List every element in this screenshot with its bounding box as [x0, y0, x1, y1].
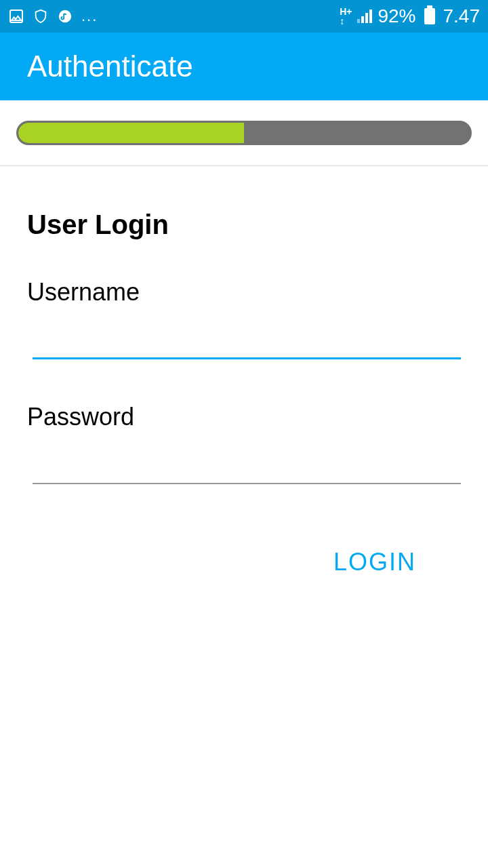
svg-point-0: [59, 10, 71, 22]
data-indicator-icon: H+↕: [340, 7, 352, 26]
battery-icon: [424, 8, 435, 24]
app-title: Authenticate: [27, 50, 193, 83]
status-bar: ... H+↕ 92% 7.47: [0, 0, 488, 33]
password-label: Password: [27, 403, 461, 431]
clock: 7.47: [443, 5, 481, 27]
login-button[interactable]: LOGIN: [333, 548, 416, 576]
actions-row: LOGIN: [27, 548, 461, 576]
progress-bar: [16, 121, 472, 145]
username-input[interactable]: [33, 320, 461, 359]
login-heading: User Login: [27, 210, 461, 240]
battery-percent: 92%: [378, 5, 415, 27]
app-bar: Authenticate: [0, 33, 488, 100]
password-input[interactable]: [33, 445, 461, 484]
progress-fill: [18, 123, 244, 143]
username-label: Username: [27, 278, 461, 307]
more-icon: ...: [81, 7, 98, 25]
status-right: H+↕ 92% 7.47: [340, 5, 480, 27]
progress-section: [0, 100, 488, 166]
status-left: ...: [8, 7, 98, 25]
login-form: User Login Username Password LOGIN: [0, 166, 488, 576]
signal-icon: [357, 9, 372, 23]
music-icon: [57, 8, 73, 24]
shield-icon: [33, 8, 49, 24]
image-icon: [8, 8, 24, 24]
